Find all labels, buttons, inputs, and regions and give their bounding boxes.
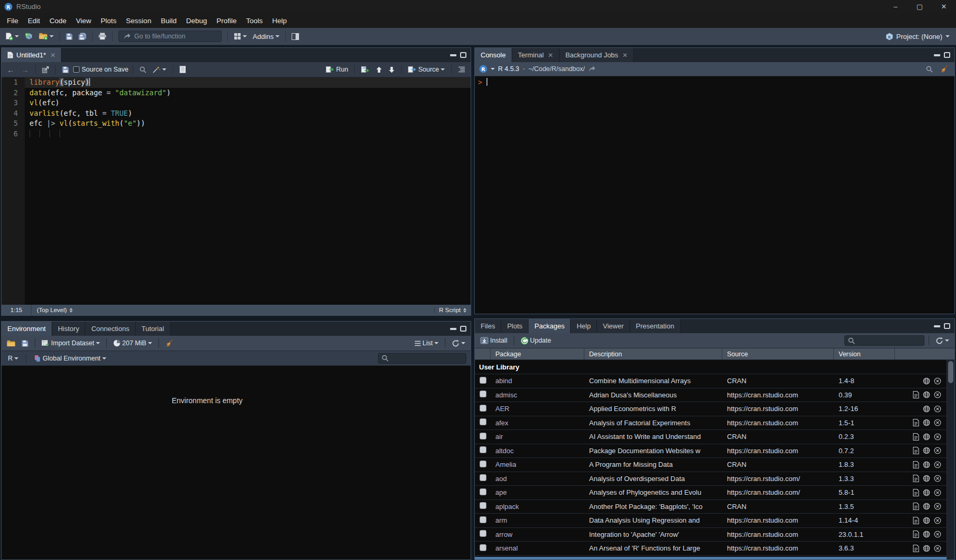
- manual-icon[interactable]: [913, 461, 919, 468]
- maximize-window-button[interactable]: ▢: [908, 0, 932, 13]
- remove-package-icon[interactable]: [934, 489, 941, 496]
- close-tab-icon[interactable]: ✕: [548, 52, 553, 59]
- header-version[interactable]: Version: [834, 348, 895, 359]
- package-checkbox[interactable]: [480, 474, 486, 481]
- open-file-button[interactable]: [37, 31, 56, 42]
- package-checkbox[interactable]: [480, 530, 486, 537]
- browse-package-icon[interactable]: [923, 531, 930, 538]
- browse-package-icon[interactable]: [923, 447, 930, 454]
- refresh-packages-button[interactable]: [933, 335, 951, 346]
- menu-edit[interactable]: Edit: [23, 15, 45, 27]
- language-selector[interactable]: R: [6, 353, 21, 364]
- menu-code[interactable]: Code: [45, 15, 71, 27]
- manual-icon[interactable]: [913, 447, 919, 454]
- scope-selector[interactable]: (Top Level): [32, 307, 78, 313]
- remove-package-icon[interactable]: [934, 447, 941, 454]
- package-name-link[interactable]: Amelia: [491, 461, 584, 468]
- console-tab-console[interactable]: Console: [475, 48, 512, 62]
- remove-package-icon[interactable]: [934, 461, 941, 468]
- environment-tab-connections[interactable]: Connections: [85, 322, 135, 336]
- goto-file-function-input[interactable]: Go to file/function: [118, 31, 222, 42]
- import-dataset-button[interactable]: Import Dataset: [39, 338, 102, 348]
- minimize-window-button[interactable]: –: [883, 0, 908, 13]
- environment-search-box[interactable]: [378, 353, 466, 364]
- remove-package-icon[interactable]: [934, 419, 941, 426]
- panes-layout-button[interactable]: [290, 32, 301, 42]
- package-checkbox[interactable]: [480, 377, 486, 384]
- manual-icon[interactable]: [913, 503, 919, 510]
- remove-package-icon[interactable]: [934, 503, 941, 510]
- source-on-save-checkbox[interactable]: [73, 66, 79, 73]
- header-description[interactable]: Description: [584, 348, 722, 359]
- refresh-environment-button[interactable]: [450, 338, 467, 349]
- clear-console-button[interactable]: [938, 64, 950, 74]
- project-menu-button[interactable]: R Project: (None): [885, 33, 953, 41]
- workspace-panes-button[interactable]: [232, 31, 249, 42]
- minimize-pane-icon[interactable]: [934, 54, 940, 56]
- package-checkbox[interactable]: [480, 446, 486, 453]
- maximize-pane-icon[interactable]: [460, 326, 466, 332]
- menu-build[interactable]: Build: [156, 15, 181, 27]
- save-source-button[interactable]: [60, 65, 71, 75]
- memory-usage-button[interactable]: 207 MiB: [111, 338, 154, 348]
- environment-view-button[interactable]: List: [412, 338, 441, 348]
- chevron-down-icon[interactable]: [491, 68, 495, 70]
- browse-package-icon[interactable]: [923, 433, 930, 441]
- package-name-link[interactable]: arsenal: [491, 544, 584, 552]
- maximize-pane-icon[interactable]: [944, 323, 950, 329]
- load-workspace-button[interactable]: [5, 338, 17, 348]
- package-name-link[interactable]: ape: [491, 488, 584, 496]
- package-checkbox[interactable]: [480, 544, 486, 551]
- goto-directory-icon[interactable]: [588, 66, 595, 72]
- clear-environment-button[interactable]: [163, 338, 175, 348]
- source-button[interactable]: Source: [406, 64, 447, 75]
- environment-tab-environment[interactable]: Environment: [2, 322, 52, 336]
- update-packages-button[interactable]: Update: [519, 335, 553, 346]
- new-file-button[interactable]: [3, 31, 21, 42]
- header-source[interactable]: Source: [722, 348, 834, 359]
- package-name-link[interactable]: altdoc: [491, 447, 584, 455]
- files-tab-packages[interactable]: Packages: [529, 319, 571, 333]
- menu-file[interactable]: File: [2, 15, 23, 27]
- menu-help[interactable]: Help: [267, 15, 292, 27]
- back-button[interactable]: ←: [5, 64, 17, 76]
- print-button[interactable]: [96, 31, 108, 42]
- find-replace-button[interactable]: [137, 65, 148, 75]
- package-checkbox[interactable]: [480, 488, 486, 495]
- manual-icon[interactable]: [913, 531, 919, 538]
- environment-tab-tutorial[interactable]: Tutorial: [136, 322, 171, 336]
- code-editor[interactable]: 1library(spicy)2data(efc, package = "dat…: [2, 77, 471, 305]
- environment-search-input[interactable]: [392, 355, 463, 362]
- browse-package-icon[interactable]: [923, 503, 930, 510]
- close-tab-icon[interactable]: ✕: [50, 52, 55, 59]
- remove-package-icon[interactable]: [934, 531, 941, 538]
- run-button[interactable]: Run: [324, 64, 350, 75]
- document-outline-button[interactable]: [456, 65, 467, 74]
- packages-search-input[interactable]: [858, 337, 921, 344]
- console-search-button[interactable]: [924, 64, 935, 74]
- save-all-button[interactable]: [76, 31, 88, 42]
- remove-package-icon[interactable]: [934, 433, 941, 441]
- package-name-link[interactable]: air: [491, 433, 584, 441]
- save-button[interactable]: [64, 32, 75, 42]
- close-tab-icon[interactable]: ✕: [622, 52, 628, 59]
- maximize-pane-icon[interactable]: [460, 52, 466, 58]
- console-output[interactable]: >: [475, 76, 954, 314]
- package-checkbox[interactable]: [480, 502, 486, 509]
- rerun-button[interactable]: [359, 65, 372, 74]
- menu-debug[interactable]: Debug: [181, 15, 212, 27]
- environment-tab-history[interactable]: History: [52, 322, 85, 336]
- manual-icon[interactable]: [913, 517, 919, 524]
- compile-report-button[interactable]: [177, 64, 188, 75]
- package-name-link[interactable]: AER: [491, 405, 584, 413]
- run-previous-button[interactable]: [374, 65, 384, 75]
- manual-icon[interactable]: [913, 545, 919, 552]
- remove-package-icon[interactable]: [934, 545, 941, 552]
- package-checkbox[interactable]: [480, 516, 486, 523]
- manual-icon[interactable]: [913, 391, 919, 398]
- tab-untitled1[interactable]: Untitled1* ✕: [2, 48, 62, 62]
- browse-package-icon[interactable]: [923, 461, 930, 468]
- menu-tools[interactable]: Tools: [241, 15, 267, 27]
- run-next-button[interactable]: [386, 65, 397, 75]
- browse-package-icon[interactable]: [923, 489, 930, 496]
